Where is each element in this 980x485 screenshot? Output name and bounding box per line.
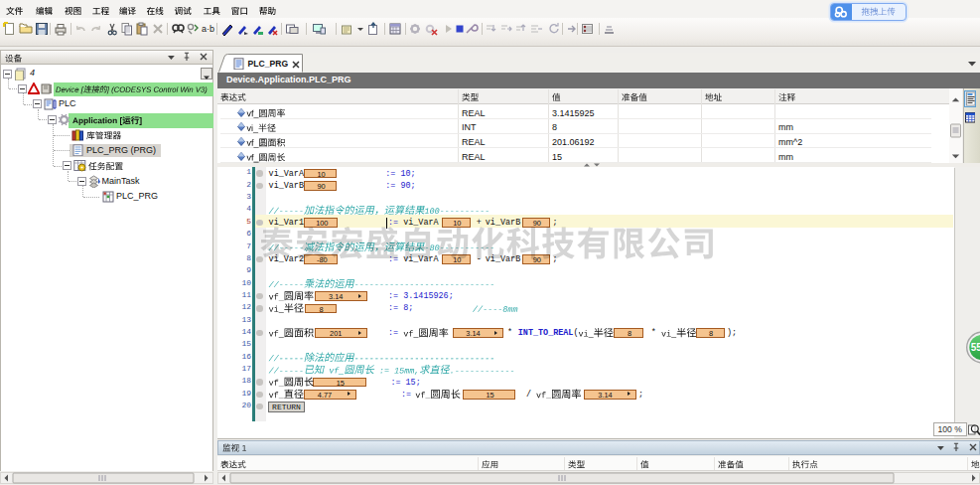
svg-text:55: 55 <box>971 342 980 353</box>
svg-text:a·b: a·b <box>202 24 214 34</box>
